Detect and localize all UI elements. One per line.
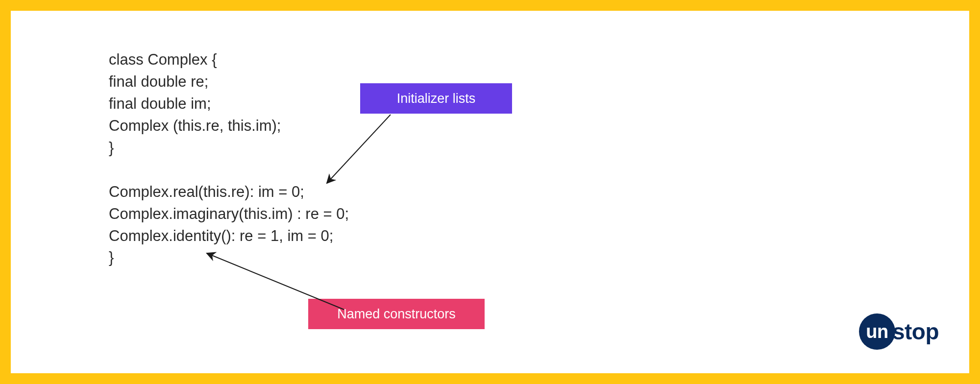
code-line: } [109, 249, 114, 266]
code-line: class Complex { [109, 51, 217, 68]
callout-initializer-lists: Initializer lists [360, 83, 512, 114]
logo-unstop: un stop [859, 313, 939, 350]
callout-label: Initializer lists [397, 91, 476, 106]
yellow-frame: class Complex { final double re; final d… [0, 0, 980, 384]
callout-label: Named constructors [337, 307, 456, 322]
callout-named-constructors: Named constructors [308, 299, 485, 329]
logo-rest-text: stop [892, 318, 939, 345]
code-block: class Complex { final double re; final d… [109, 49, 349, 269]
code-line: final double im; [109, 95, 211, 112]
code-line: Complex.identity(): re = 1, im = 0; [109, 227, 333, 244]
code-line: final double re; [109, 73, 208, 90]
code-line: Complex.real(this.re): im = 0; [109, 183, 304, 200]
logo-circle: un [859, 313, 895, 350]
code-line: Complex.imaginary(this.im) : re = 0; [109, 205, 349, 222]
code-line: } [109, 139, 114, 156]
code-line: Complex (this.re, this.im); [109, 117, 281, 134]
logo-circle-text: un [866, 321, 888, 342]
